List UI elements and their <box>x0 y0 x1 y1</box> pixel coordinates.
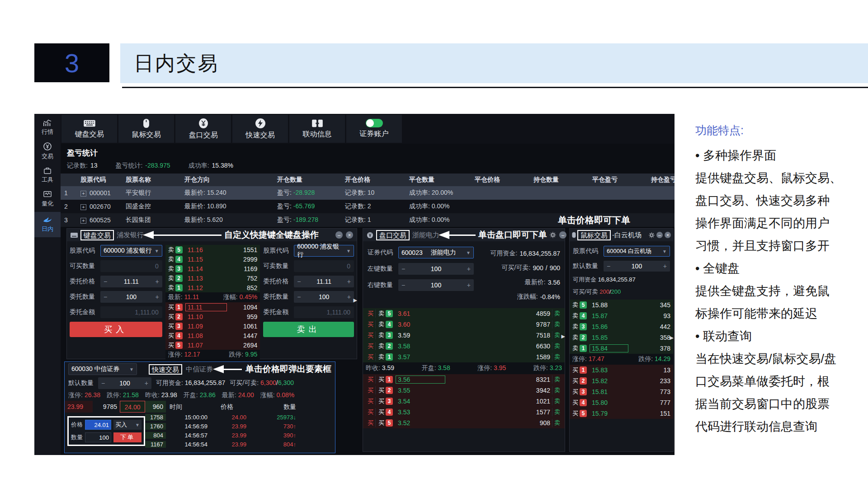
ask-row[interactable]: 卖2 11.13 752 <box>165 273 260 283</box>
ask-row[interactable]: 卖3 15.86 442 <box>570 321 673 332</box>
col-header[interactable]: 股票名称 <box>122 176 181 184</box>
bid-row[interactable]: 买 买5 3.52 908 卖 <box>363 418 565 428</box>
bid-row[interactable]: 买1 11.11 1094 <box>165 302 260 312</box>
toolbar-fast-trade[interactable]: 快速交易 <box>232 115 288 143</box>
sell-click-cell[interactable]: 卖 <box>552 320 562 328</box>
minimize-icon[interactable]: – <box>335 231 343 239</box>
sell-click-cell[interactable]: 卖 <box>552 408 562 416</box>
stock-code-cell[interactable]: +002670 <box>77 203 122 210</box>
bid-row[interactable]: 买5 15.79 151 <box>570 408 673 419</box>
default-qty-stepper[interactable]: −100+ <box>98 377 151 389</box>
bid-row[interactable]: 买3 11.09 1061 <box>165 321 260 331</box>
bid-row[interactable]: 买 买4 3.53 1577 卖 <box>363 407 565 418</box>
left-click-qty-stepper[interactable]: −100+ <box>398 263 474 275</box>
stock-code-select[interactable]: 600000 浦发银行▼ <box>294 245 354 257</box>
buy-click-cell[interactable]: 买 <box>366 353 376 361</box>
expand-icon[interactable]: + <box>80 204 86 210</box>
panel-expand-arrow-icon[interactable]: ▶ <box>354 297 357 303</box>
col-header[interactable]: 持仓数量 <box>530 176 589 184</box>
buy-button[interactable]: 买入 <box>70 322 162 337</box>
col-header[interactable]: 开仓价格 <box>341 176 406 184</box>
sell-click-cell[interactable]: 卖 <box>552 353 562 361</box>
stock-code-select[interactable]: 600000 浦发银行▼ <box>100 245 162 257</box>
sell-button[interactable]: 卖出 <box>263 322 354 337</box>
sell-click-cell[interactable]: 卖 <box>552 386 562 394</box>
toolbar-account-toggle[interactable]: 证券账户 <box>346 115 402 143</box>
default-qty-stepper[interactable]: −100+ <box>604 261 670 272</box>
col-header[interactable]: 平仓价格 <box>471 176 530 184</box>
qty-stepper[interactable]: −100+ <box>294 291 354 303</box>
close-icon[interactable]: × <box>346 231 353 239</box>
sell-click-cell[interactable]: 卖 <box>552 310 562 318</box>
bid-row[interactable]: 买 买3 3.54 1021 卖 <box>363 396 565 407</box>
ask-row[interactable]: 卖4 11.15 2999 <box>165 254 260 264</box>
gear-icon[interactable] <box>649 232 655 238</box>
expand-icon[interactable]: + <box>80 218 86 224</box>
col-header[interactable]: 开仓数量 <box>274 176 341 184</box>
ask-row[interactable]: 卖1 11.12 852 <box>165 283 260 292</box>
toolbar-orderbook-trade[interactable]: 盘口交易 <box>175 115 231 143</box>
price-stepper[interactable]: −11.11+ <box>100 276 162 287</box>
buy-click-cell[interactable]: 买 <box>366 310 376 318</box>
bid-row[interactable]: 买2 15.82 233 <box>570 375 673 386</box>
ask-row[interactable]: 买 卖1 3.57 1589 卖 <box>363 352 565 362</box>
buy-click-cell[interactable]: 买 <box>366 419 376 427</box>
col-header[interactable]: 平仓盈亏 <box>589 176 647 184</box>
col-header[interactable]: 持仓盈亏 <box>647 176 675 184</box>
buy-click-cell[interactable]: 买 <box>366 386 376 394</box>
table-row[interactable]: 2 +002670 国盛金控 最新价: 10.890 盈亏: -65.769 记… <box>61 200 675 213</box>
sell-click-cell[interactable]: 卖 <box>552 342 562 350</box>
sell-click-cell[interactable]: 卖 <box>552 419 562 427</box>
sidebar-item-quant[interactable]: 量化 <box>34 188 61 210</box>
stock-code-select[interactable]: 600004 白云机场▼ <box>604 246 670 257</box>
expand-icon[interactable]: + <box>80 191 86 197</box>
bid-price-cell[interactable]: 23.99 <box>65 401 93 413</box>
bid-row[interactable]: 买3 15.81 773 <box>570 386 673 397</box>
col-header[interactable]: 开仓方向 <box>181 176 274 184</box>
stock-code-cell[interactable]: +600525 <box>77 216 122 224</box>
right-click-qty-stepper[interactable]: −100+ <box>398 279 474 291</box>
minimize-icon[interactable]: – <box>559 231 566 239</box>
stock-code-select[interactable]: 600023浙能电力▼ <box>398 247 474 258</box>
ask-row[interactable]: 卖3 11.14 1169 <box>165 264 260 273</box>
bid-row[interactable]: 买 买2 3.55 3942 卖 <box>363 385 565 396</box>
ask-row[interactable]: 卖1 15.84 378 <box>570 343 673 354</box>
ask-row[interactable]: 卖5 11.16 1551 <box>165 245 260 254</box>
bid-row[interactable]: 买4 15.80 777 <box>570 397 673 408</box>
stock-code-cell[interactable]: +000001 <box>77 189 122 197</box>
gear-icon[interactable] <box>550 232 556 238</box>
toggle-on-icon[interactable] <box>366 119 383 127</box>
buy-click-cell[interactable]: 买 <box>366 331 376 339</box>
popup-price-input[interactable]: 24.01 <box>85 420 111 430</box>
popup-side-select[interactable]: 买入▼ <box>113 420 142 430</box>
bid-row[interactable]: 买2 11.10 959 <box>165 312 260 321</box>
toolbar-linked-info[interactable]: 联动信息 <box>289 115 345 143</box>
ask-row[interactable]: 买 卖5 3.61 4859 卖 <box>363 308 565 319</box>
qty-stepper[interactable]: −100+ <box>100 291 162 303</box>
buy-click-cell[interactable]: 买 <box>366 375 376 384</box>
toolbar-mouse-trade[interactable]: 鼠标交易 <box>118 115 174 143</box>
ask-row[interactable]: 卖2 15.85 358 <box>570 332 673 343</box>
ask-row[interactable]: 卖5 15.88 345 <box>570 300 673 310</box>
sell-click-cell[interactable]: 卖 <box>552 331 562 339</box>
close-icon[interactable]: × <box>665 232 671 238</box>
table-row[interactable]: 1 +000001 平安银行 最新价: 15.240 盈亏: -28.928 记… <box>61 186 675 200</box>
popup-qty-input[interactable]: 100 <box>85 432 111 442</box>
bid-row[interactable]: 买 买1 3.56 8321 卖 <box>363 374 565 385</box>
col-header[interactable]: 平仓数量 <box>406 176 471 184</box>
price-stepper[interactable]: −11.11+ <box>294 276 354 287</box>
stock-code-select[interactable]: 600030 中信证券▼ <box>68 363 137 375</box>
ask-row[interactable]: 卖4 15.87 93 <box>570 310 673 321</box>
place-order-button[interactable]: 下单 <box>113 432 142 442</box>
toolbar-keyboard-trade[interactable]: 键盘交易 <box>61 115 117 143</box>
buy-click-cell[interactable]: 买 <box>366 320 376 328</box>
panel-expand-arrow-icon[interactable]: ▶ <box>561 333 565 339</box>
col-header[interactable]: 股票代码 <box>77 176 122 184</box>
ask-row[interactable]: 买 卖4 3.60 9787 卖 <box>363 319 565 330</box>
ask-row[interactable]: 买 卖2 3.58 6630 卖 <box>363 341 565 352</box>
sell-click-cell[interactable]: 卖 <box>552 397 562 405</box>
buy-click-cell[interactable]: 买 <box>366 397 376 405</box>
bid-row[interactable]: 买5 11.07 2694 <box>165 340 260 350</box>
sidebar-item-trade[interactable]: 交易 <box>34 140 61 162</box>
ask-price-cell[interactable]: 24.00 <box>120 401 145 413</box>
